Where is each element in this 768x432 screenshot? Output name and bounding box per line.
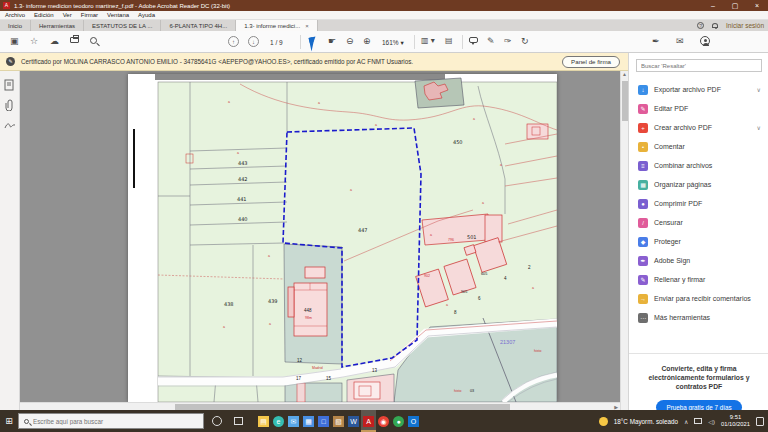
tab-close-icon[interactable]: ×: [305, 23, 309, 29]
map-label-443: 443: [238, 160, 248, 166]
comment-icon[interactable]: [469, 37, 478, 43]
menu-firmar[interactable]: Firmar: [81, 12, 98, 18]
taskbar-app-app-tan[interactable]: ▧: [331, 410, 346, 432]
action-center-icon[interactable]: [756, 417, 764, 426]
signature-panel-button[interactable]: Panel de firma: [562, 56, 620, 68]
refresh-icon[interactable]: ↻: [521, 36, 529, 46]
page-thumbnails-icon[interactable]: [4, 79, 16, 91]
tool-item-comprimir-pdf[interactable]: ●Comprimir PDF: [629, 194, 768, 213]
tab-estatutos[interactable]: ESTATUTOS DE LA ...: [84, 20, 161, 31]
account-icon[interactable]: [700, 36, 710, 46]
tools-list: ↓Exportar archivo PDF∨✎Editar PDF+Crear …: [629, 80, 768, 327]
attachments-paperclip-icon[interactable]: [4, 99, 16, 111]
pdf-page[interactable]: 44344244144043843944745050144898m7969029…: [128, 74, 557, 402]
tool-item-enviar-para-recibir-comentarios[interactable]: →Enviar para recibir comentarios: [629, 289, 768, 308]
tool-item-editar-pdf[interactable]: ✎Editar PDF: [629, 99, 768, 118]
taskbar-app-outlook[interactable]: O: [406, 410, 421, 432]
zoom-out-icon[interactable]: ⊖: [346, 36, 354, 46]
tool-item-adobe-sign[interactable]: ✒Adobe Sign: [629, 251, 768, 270]
taskbar-app-mail[interactable]: ✉: [286, 410, 301, 432]
share-mail-icon[interactable]: ✉: [676, 36, 684, 46]
tool-item-rellenar-y-firmar[interactable]: ✎Rellenar y firmar: [629, 270, 768, 289]
taskbar-search[interactable]: [18, 413, 204, 429]
horizontal-scrollbar[interactable]: ▶: [20, 402, 620, 410]
taskbar-app-chrome[interactable]: ◉: [376, 410, 391, 432]
tool-item-m-s-herramientas[interactable]: ⋯Más herramientas: [629, 308, 768, 327]
vertical-scrollbar[interactable]: ▲: [620, 71, 628, 410]
menu-ver[interactable]: Ver: [63, 12, 72, 18]
menu-ayuda[interactable]: Ayuda: [138, 12, 155, 18]
zoom-level-dropdown[interactable]: 161% ▾: [382, 39, 404, 47]
clock[interactable]: 9:51 01/10/2021: [721, 414, 750, 428]
next-page-icon[interactable]: ↓: [248, 36, 259, 47]
minimize-button[interactable]: –: [702, 0, 724, 11]
weather-text[interactable]: 18°C Mayorm. soleado: [614, 418, 678, 425]
previous-page-icon[interactable]: ↑: [228, 36, 239, 47]
tool-item-combinar-archivos[interactable]: ≡Combinar archivos: [629, 156, 768, 175]
page-display-icon[interactable]: ▤: [445, 36, 453, 45]
taskbar-app-word[interactable]: W: [346, 410, 361, 432]
pencil-icon[interactable]: ✎: [487, 36, 495, 46]
save-icon[interactable]: ▣: [10, 36, 19, 46]
network-icon[interactable]: [694, 418, 702, 424]
volume-icon[interactable]: ◁): [708, 418, 715, 425]
taskbar-search-input[interactable]: [33, 418, 183, 425]
promo-box: Convierte, edita y firma electrónicament…: [629, 353, 768, 415]
tool-icon: ▦: [638, 180, 648, 190]
tool-item-comentar[interactable]: •Comentar: [629, 137, 768, 156]
signatures-icon[interactable]: [4, 119, 16, 131]
tab-inicio[interactable]: Inicio: [0, 20, 31, 31]
task-view-icon[interactable]: [234, 417, 243, 425]
star-icon[interactable]: ☆: [30, 36, 38, 46]
menu-ventana[interactable]: Ventana: [107, 12, 129, 18]
hand-tool-icon[interactable]: ☛: [328, 36, 336, 46]
tools-search-input[interactable]: [636, 59, 762, 72]
tool-label: Adobe Sign: [654, 257, 690, 264]
cultivation-mark: a: [223, 325, 225, 329]
chrome-icon: ◉: [378, 416, 389, 427]
print-icon[interactable]: [70, 37, 79, 43]
chevron-down-icon[interactable]: ∨: [757, 86, 761, 93]
notifications-bell-icon[interactable]: [712, 23, 718, 28]
menu-archivo[interactable]: Archivo: [5, 12, 25, 18]
photos-icon: ▦: [303, 416, 314, 427]
start-button[interactable]: ⊞: [0, 416, 18, 426]
tool-item-exportar-archivo-pdf[interactable]: ↓Exportar archivo PDF∨: [629, 80, 768, 99]
help-icon[interactable]: ?: [697, 22, 704, 29]
acrobat-app-icon: A: [3, 2, 10, 9]
taskbar-app-acrobat[interactable]: A: [361, 410, 376, 432]
map-label-21307: 21307: [500, 339, 515, 345]
tool-item-crear-archivo-pdf[interactable]: +Crear archivo PDF∨: [629, 118, 768, 137]
tab-herramientas[interactable]: Herramientas: [31, 20, 84, 31]
tool-item-proteger[interactable]: ◆Proteger: [629, 232, 768, 251]
taskbar-app-photos[interactable]: ▦: [301, 410, 316, 432]
taskbar-app-app-green[interactable]: ●: [391, 410, 406, 432]
zoom-in-icon[interactable]: ⊕: [363, 36, 371, 46]
cloud-upload-icon[interactable]: ☁: [50, 36, 59, 46]
tab-planta[interactable]: 6-PLANTA TIPO 4H...: [161, 20, 236, 31]
app-blue-icon: □: [318, 416, 329, 427]
taskbar-app-file-explorer[interactable]: ▤: [256, 410, 271, 432]
page-number-display[interactable]: 1 / 9: [270, 39, 283, 46]
taskbar-app-edge[interactable]: e: [271, 410, 286, 432]
sign-stamp-icon[interactable]: ✑: [504, 36, 512, 46]
document-area[interactable]: 44344244144043843944745050144898m7969029…: [20, 71, 620, 410]
search-icon[interactable]: [90, 37, 97, 44]
tool-item-censurar[interactable]: /Censurar: [629, 213, 768, 232]
tab-informe-medicion[interactable]: 1.3- informe medici... ×: [236, 20, 318, 31]
tool-label: Censurar: [654, 219, 683, 226]
select-tool-icon[interactable]: [309, 36, 319, 51]
map-label-448: 448: [304, 308, 312, 313]
sign-in-button[interactable]: Iniciar sesión: [726, 22, 764, 29]
page-edge-artifact: [133, 129, 135, 188]
close-button[interactable]: ×: [746, 0, 768, 11]
chevron-down-icon[interactable]: ∨: [757, 124, 761, 131]
tray-expand-icon[interactable]: ∧: [684, 418, 688, 425]
maximize-button[interactable]: ▢: [724, 0, 746, 11]
menu-edicion[interactable]: Edición: [34, 12, 54, 18]
tool-item-organizar-p-ginas[interactable]: ▦Organizar páginas: [629, 175, 768, 194]
taskbar-app-app-blue[interactable]: □: [316, 410, 331, 432]
fountain-pen-icon[interactable]: ✒: [652, 36, 660, 46]
fit-width-icon[interactable]: ▥ ▾: [421, 36, 435, 45]
cortana-icon[interactable]: [212, 416, 222, 426]
